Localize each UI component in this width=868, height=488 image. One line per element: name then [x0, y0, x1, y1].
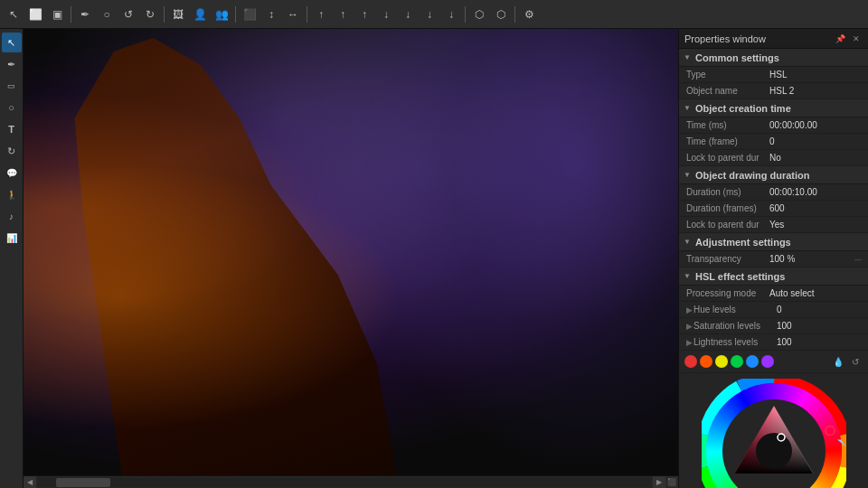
time-frame-label: Time (frame) — [686, 136, 768, 146]
time-ms-label: Time (ms) — [686, 120, 768, 130]
swatch-green[interactable] — [731, 355, 743, 368]
left-toolbar: ↖ ✒ ▭ ○ T ↻ 💬 🚶 ♪ 📊 — [0, 29, 24, 488]
properties-title: Properties window — [684, 33, 766, 44]
scroll-right-btn[interactable]: ▶ — [653, 476, 665, 489]
toolbar-btn-select[interactable]: ⬜ — [25, 5, 45, 24]
tool-music[interactable]: ♪ — [2, 206, 22, 226]
swatch-red[interactable] — [684, 355, 697, 368]
sep5 — [465, 6, 466, 23]
prop-lock-parent-1: Lock to parent dur No — [679, 150, 868, 166]
color-wheel[interactable] — [702, 379, 846, 488]
transparency-extra-btn[interactable]: — — [852, 253, 864, 266]
duration-ms-value: 00:00:10.00 — [768, 187, 864, 197]
lock-parent-1-value: No — [768, 153, 864, 163]
prop-duration-frames: Duration (frames) 600 — [679, 201, 868, 217]
creation-time-label: Object creation time — [695, 103, 791, 114]
sep1 — [71, 6, 71, 23]
sep6 — [514, 6, 515, 23]
drawing-duration-label: Object drawing duration — [695, 170, 810, 181]
toolbar-btn-up1[interactable]: ↑ — [311, 5, 331, 24]
prop-time-ms: Time (ms) 00:00:00.00 — [679, 117, 868, 134]
properties-panel: Properties window 📌 ✕ ▼ Common settings … — [678, 29, 868, 488]
eyedropper-btn[interactable]: 💧 — [831, 354, 845, 369]
lightness-expand-icon[interactable]: ▶ — [686, 338, 693, 347]
toolbar-btn-img2[interactable]: 👤 — [190, 5, 210, 24]
section-adjustment[interactable]: ▼ Adjustment settings — [679, 233, 868, 251]
saturation-levels-label: Saturation levels — [693, 321, 775, 331]
tool-cursor[interactable]: ↖ — [2, 33, 22, 52]
collapse-icon-4: ▼ — [683, 238, 692, 247]
properties-header: Properties window 📌 ✕ — [679, 29, 868, 49]
swatch-orange[interactable] — [700, 355, 712, 368]
toolbar-btn-down1[interactable]: ↓ — [376, 5, 396, 24]
hsl-tools: 💧 ↺ — [831, 354, 863, 369]
tool-text[interactable]: T — [2, 119, 22, 139]
toolbar-btn-undo[interactable]: ↺ — [118, 5, 138, 24]
section-drawing-duration[interactable]: ▼ Object drawing duration — [679, 166, 868, 184]
scroll-left-btn[interactable]: ◀ — [24, 476, 36, 489]
saturation-expand-icon[interactable]: ▶ — [686, 322, 693, 331]
toolbar-btn-shape2[interactable]: ⬡ — [491, 5, 511, 24]
toolbar-btn-settings[interactable]: ⚙ — [519, 5, 539, 24]
type-label: Type — [686, 70, 768, 80]
prop-type: Type HSL — [679, 67, 868, 83]
toolbar-btn-transform3[interactable]: ↔ — [283, 5, 303, 24]
duration-ms-label: Duration (ms) — [686, 187, 768, 197]
toolbar-btn-down4[interactable]: ↓ — [441, 5, 461, 24]
transparency-value: 100 % — [768, 254, 852, 264]
prop-transparency: Transparency 100 % — — [679, 251, 868, 267]
hue-levels-value: 0 — [775, 305, 864, 314]
tool-chart[interactable]: 📊 — [2, 228, 22, 248]
lock-parent-2-value: Yes — [768, 220, 864, 230]
sep2 — [164, 6, 165, 23]
tool-speech-bubble[interactable]: 💬 — [2, 163, 22, 183]
toolbar-btn-shape1[interactable]: ⬡ — [469, 5, 489, 24]
prop-duration-ms: Duration (ms) 00:00:10.00 — [679, 184, 868, 201]
prop-hue-levels: ▶ Hue levels 0 — [679, 302, 868, 318]
duration-frames-label: Duration (frames) — [686, 203, 768, 213]
type-value: HSL — [768, 70, 864, 80]
tool-rectangle[interactable]: ▭ — [2, 76, 22, 96]
toolbar-btn-up2[interactable]: ↑ — [333, 5, 353, 24]
toolbar-btn-transform1[interactable]: ⬛ — [240, 5, 259, 24]
sep3 — [235, 6, 236, 23]
swatch-yellow[interactable] — [715, 355, 728, 368]
collapse-icon-5: ▼ — [683, 272, 692, 281]
tool-figure[interactable]: 🚶 — [2, 184, 22, 204]
tool-ellipse[interactable]: ○ — [2, 98, 22, 117]
hsl-effect-label: HSL effect settings — [695, 271, 785, 282]
swatch-purple[interactable] — [761, 355, 774, 368]
section-hsl-effect[interactable]: ▼ HSL effect settings — [679, 267, 868, 286]
corner-btn[interactable]: ⬛ — [665, 476, 678, 489]
toolbar-btn-ellipse[interactable]: ○ — [97, 5, 117, 24]
toolbar-btn-up3[interactable]: ↑ — [354, 5, 374, 24]
saturation-levels-value: 100 — [775, 321, 864, 331]
toolbar-btn-img3[interactable]: 👥 — [212, 5, 231, 24]
collapse-icon: ▼ — [683, 53, 692, 62]
tool-rotate[interactable]: ↻ — [2, 141, 22, 161]
toolbar-btn-down3[interactable]: ↓ — [420, 5, 439, 24]
swatch-blue[interactable] — [746, 355, 759, 368]
hue-expand-icon[interactable]: ▶ — [686, 305, 693, 314]
toolbar-btn-redo[interactable]: ↻ — [140, 5, 160, 24]
canvas-area: ◀ ▶ ⬛ — [24, 29, 678, 488]
scrollbar-thumb[interactable] — [56, 478, 110, 487]
tool-pen[interactable]: ✒ — [2, 54, 22, 74]
prop-lightness-levels: ▶ Lightness levels 100 — [679, 334, 868, 351]
toolbar-btn-img1[interactable]: 🖼 — [168, 5, 188, 24]
pin-btn[interactable]: 📌 — [834, 33, 846, 45]
canvas-background — [24, 29, 678, 475]
toolbar-btn-select2[interactable]: ▣ — [47, 5, 67, 24]
section-common-settings[interactable]: ▼ Common settings — [679, 49, 868, 67]
main-toolbar: ↖ ⬜ ▣ ✒ ○ ↺ ↻ 🖼 👤 👥 ⬛ ↕ ↔ ↑ ↑ ↑ ↓ ↓ ↓ ↓ … — [0, 0, 868, 29]
toolbar-btn-pen[interactable]: ✒ — [75, 5, 95, 24]
processing-mode-label: Processing mode — [686, 288, 768, 298]
section-creation-time[interactable]: ▼ Object creation time — [679, 99, 868, 117]
toolbar-btn-cursor[interactable]: ↖ — [4, 5, 24, 24]
toolbar-btn-transform2[interactable]: ↕ — [261, 5, 281, 24]
toolbar-btn-down2[interactable]: ↓ — [398, 5, 418, 24]
close-properties-btn[interactable]: ✕ — [850, 33, 863, 45]
time-ms-value: 00:00:00.00 — [768, 120, 864, 130]
reset-btn[interactable]: ↺ — [848, 354, 863, 369]
color-wheel-container — [679, 373, 868, 488]
